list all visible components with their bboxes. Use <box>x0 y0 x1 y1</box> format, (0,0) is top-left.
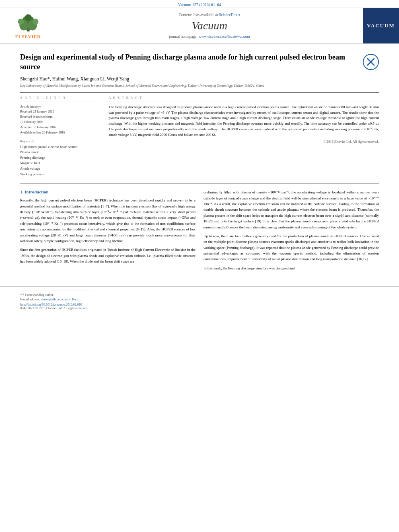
keyword-4: Magnetic field <box>20 160 101 166</box>
authors-text: Shengzhi Hao*, Huihui Wang, Xiangnan Li,… <box>20 76 129 82</box>
keywords-label: Keywords: <box>20 139 101 143</box>
elsevier-label: ELSEVIER <box>15 34 41 39</box>
article-info-abstract-section: A R T I C L E I N F O Article history: R… <box>20 92 379 177</box>
issn-line: 0042-207X/© 2016 Elsevier Ltd. All right… <box>20 306 379 310</box>
elsevier-tree-icon <box>12 12 44 33</box>
right-para3: In this work, the Penning discharge stru… <box>204 265 379 271</box>
revised-date: 17 February 2016 <box>20 120 101 125</box>
citation-text: Vacuum 127 (2016) 61–64 <box>178 2 221 7</box>
article-info-header: A R T I C L E I N F O <box>20 96 101 101</box>
doi-link[interactable]: http://dx.doi.org/10.1016/j.vacuum.2016.… <box>20 303 379 306</box>
svg-point-5 <box>32 18 38 25</box>
keywords-list: High current pulsed electron beam source… <box>20 144 101 177</box>
received-date: Received 23 January 2016 <box>20 109 101 114</box>
homepage-url[interactable]: www.elsevier.com/locate/vacuum <box>199 35 250 39</box>
keyword-1: High current pulsed electron beam source <box>20 144 101 150</box>
authors-line: Shengzhi Hao*, Huihui Wang, Xiangnan Li,… <box>20 76 379 82</box>
intro-para2: Since the first generation of HCPEB faci… <box>20 247 195 264</box>
abstract-text: The Penning discharge structure was desi… <box>109 105 379 138</box>
intro-heading: 1. Introduction <box>20 189 195 194</box>
email-line: E-mail address: ebeam@dlut.edu.cn (S. Ha… <box>20 298 93 301</box>
science-direct-link[interactable]: ScienceDirect <box>219 13 240 17</box>
abstract-col: A B S T R A C T The Penning discharge st… <box>109 96 379 177</box>
elsevier-logo-area: ELSEVIER <box>0 8 56 43</box>
body-right-col: preliminarily filled with plasma of dens… <box>204 189 379 274</box>
received-revised-label: Received in revised form <box>20 115 101 119</box>
svg-point-4 <box>18 18 24 25</box>
crossmark-logo <box>363 54 379 70</box>
vacuum-cover-area: VACUUM <box>363 8 399 43</box>
corresponding-label: * * Corresponding author. <box>20 293 93 297</box>
page: Vacuum 127 (2016) 61–64 ELSEVIER Content… <box>0 0 399 532</box>
right-para1: preliminarily filled with plasma of dens… <box>204 189 379 230</box>
article-footer: * * Corresponding author. E-mail address… <box>0 286 399 314</box>
keyword-3: Penning discharge <box>20 155 101 161</box>
available-date: Available online 20 February 2016 <box>20 130 101 135</box>
vacuum-cover-title: VACUUM <box>367 23 395 29</box>
accepted-date: Accepted 18 February 2016 <box>20 125 101 130</box>
body-left-col: 1. Introduction Recently, the high curre… <box>20 189 195 274</box>
body-section: 1. Introduction Recently, the high curre… <box>20 183 379 274</box>
journal-name: Vacuum <box>192 19 228 32</box>
affiliation-line: Key Laboratory of Material Modification … <box>20 84 379 88</box>
journal-header: ELSEVIER Contents lists available at Sci… <box>0 8 399 44</box>
article-title-section: Design and experimental study of Penning… <box>20 52 379 72</box>
journal-center: Contents lists available at ScienceDirec… <box>56 8 363 43</box>
journal-top-bar: Vacuum 127 (2016) 61–64 <box>0 0 399 8</box>
keyword-6: Working pressure <box>20 172 101 177</box>
email-link[interactable]: ebeam@dlut.edu.cn (S. Hao). <box>41 298 79 301</box>
article-title: Design and experimental study of Penning… <box>20 52 357 72</box>
copyright-line: © 2016 Elsevier Ltd. All rights reserved… <box>109 140 379 144</box>
contents-line: Contents lists available at ScienceDirec… <box>179 13 240 17</box>
history-label: Article history: <box>20 105 101 109</box>
article-info-col: A R T I C L E I N F O Article history: R… <box>20 96 101 177</box>
keyword-2: Plasma anode <box>20 150 101 155</box>
article-content: Design and experimental study of Penning… <box>0 44 399 282</box>
right-para2: Up to now, there are two methods general… <box>204 233 379 262</box>
svg-point-6 <box>25 14 31 21</box>
crossmark-icon <box>363 54 379 70</box>
intro-para1: Recently, the high current pulsed electr… <box>20 197 195 244</box>
abstract-header: A B S T R A C T <box>109 96 379 101</box>
keyword-5: Anode voltage <box>20 166 101 172</box>
homepage-line: journal homepage: www.elsevier.com/locat… <box>169 35 250 39</box>
